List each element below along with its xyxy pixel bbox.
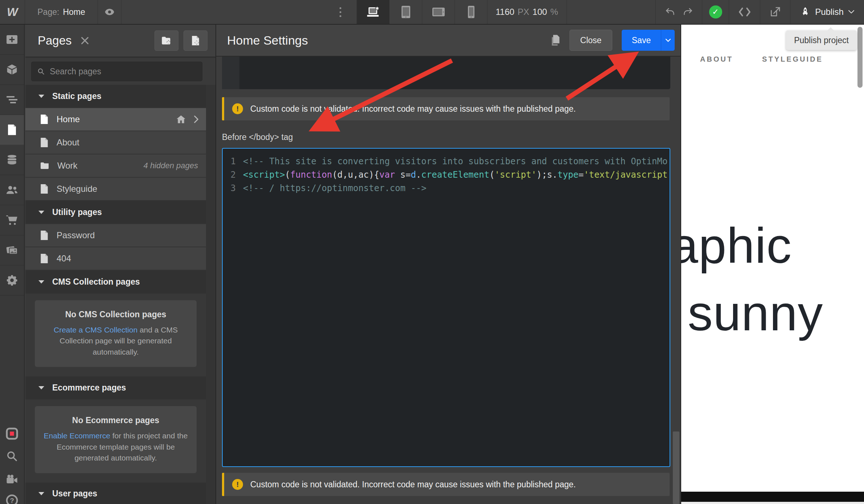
code-line[interactable]: 1<!-- This site is converting visitors i… [223,154,670,168]
warning-text: Custom code is not validated. Incorrect … [250,104,576,114]
page-file-icon [40,114,49,124]
ecommerce-empty-box: No Ecommerce pages Enable Ecommerce for … [35,406,197,473]
canvas-size-controls[interactable]: 1160 PX 100 % [487,0,567,24]
history-controls [655,0,702,24]
publish-button[interactable]: Publish [790,0,864,24]
enable-ecommerce-link[interactable]: Enable Ecommerce [44,431,110,440]
help-button[interactable]: ? [0,489,24,504]
section-utility-pages[interactable]: Utility pages [25,201,206,223]
cms-button[interactable] [0,145,24,175]
save-status: ✓ [702,0,729,24]
section-label: Static pages [52,91,102,101]
page-item-home[interactable]: Home [25,108,206,131]
webflow-designer: W Page: Home 1160 PX 100 % [0,0,864,504]
tablet-landscape-icon [432,7,445,17]
undo-icon[interactable] [665,7,676,17]
search-pages-field[interactable] [31,62,202,81]
search-button[interactable] [0,445,24,467]
recorder-button[interactable] [0,423,24,445]
settings-title: Home Settings [227,33,308,47]
section-user-pages[interactable]: User pages [25,483,206,504]
search-pages-input[interactable] [49,66,196,77]
settings-button[interactable] [0,265,24,296]
pages-panel-header: Pages [25,25,215,57]
rocket-icon [800,7,811,17]
warning-text: Custom code is not validated. Incorrect … [250,480,576,489]
section-cms-pages[interactable]: CMS Collection pages [25,270,206,293]
hero-heading-line-1[interactable]: aphic [681,220,792,270]
users-button[interactable] [0,175,24,205]
pages-panel: Pages Static pages [25,25,216,504]
page-label: Page: [37,7,59,17]
breakpoint-phone-button[interactable] [454,0,487,24]
custom-code-editor[interactable]: 1<!-- This site is converting visitors i… [222,148,670,467]
folder-item-label: Work [57,161,78,171]
breakpoint-tablet-button[interactable] [389,0,422,24]
new-page-button[interactable] [184,30,207,51]
save-dropdown-button[interactable] [661,30,675,51]
redo-icon[interactable] [682,7,693,17]
canvas-width-value[interactable]: 1160 [495,7,514,17]
search-icon [6,450,18,462]
breakpoint-desktop-button[interactable] [357,0,390,24]
code-line[interactable]: 2<script>(function(d,u,ac){var s=d.creat… [223,168,670,181]
breakpoint-tablet-landscape-button[interactable] [422,0,455,24]
home-settings-panel: Home Settings Close Save ! Custom code i… [216,25,681,504]
page-item-password[interactable]: Password [25,224,206,247]
custom-code-warning-top: ! Custom code is not validated. Incorrec… [222,97,670,120]
code-text: <script>(function(d,u,ac){var s=d.create… [243,170,667,180]
publish-tooltip: Publish project [786,30,857,50]
close-panel-icon[interactable] [81,36,89,45]
hidden-pages-count: 4 hidden pages [144,161,198,170]
section-label: Utility pages [52,207,102,217]
gear-icon [6,274,18,286]
webflow-logo[interactable]: W [0,0,25,24]
code-line[interactable]: 3<!-- / https://optinmonster.com --> [223,181,670,195]
new-folder-button[interactable] [155,30,178,51]
create-cms-collection-link[interactable]: Create a CMS Collection [54,326,137,334]
page-item-label: Styleguide [57,184,97,194]
save-button[interactable]: Save [622,30,675,51]
settings-scrollbar-thumb[interactable] [673,431,679,504]
canvas-section-dark[interactable] [681,492,864,502]
video-button[interactable] [0,468,24,490]
folder-plus-icon [161,36,172,45]
chevron-right-icon[interactable] [194,115,199,123]
more-menu-button[interactable] [333,0,347,24]
add-elements-button[interactable] [0,25,24,55]
hero-heading-line-2[interactable]: sunny [688,288,823,338]
page-selector[interactable]: Page: Home [25,0,98,24]
cms-empty-title: No CMS Collection pages [44,310,188,319]
page-item-styleguide[interactable]: Styleguide [25,178,206,200]
share-button[interactable] [760,0,790,24]
close-button[interactable]: Close [569,30,612,51]
nav-link-about[interactable]: ABOUT [700,55,733,63]
section-label: CMS Collection pages [52,277,140,287]
cms-empty-text: Create a CMS Collection and a CMS Collec… [44,325,188,358]
page-file-icon [40,137,49,148]
zoom-value[interactable]: 100 [532,7,547,17]
site-nav: ABOUT STYLEGUIDE [700,55,823,63]
canvas-scrollbar-thumb[interactable] [857,27,863,88]
preview-toggle[interactable] [98,0,122,24]
export-code-button[interactable] [729,0,760,24]
eye-icon [104,7,115,17]
code-lines: 1<!-- This site is converting visitors i… [223,154,670,195]
nav-link-styleguide[interactable]: STYLEGUIDE [762,55,823,63]
page-item-404[interactable]: 404 [25,247,206,270]
components-button[interactable] [0,55,24,85]
header-code-editor-partial[interactable] [222,57,670,89]
pages-scroll-gutter[interactable] [206,85,215,504]
navigator-button[interactable] [0,85,24,115]
pages-button[interactable] [0,115,24,145]
section-ecommerce-pages[interactable]: Ecommerce pages [25,376,206,399]
desktop-star-icon [366,6,380,18]
duplicate-page-icon[interactable] [550,34,560,46]
ecommerce-button[interactable] [0,205,24,235]
section-label: User pages [52,489,97,499]
assets-button[interactable] [0,235,24,265]
top-bar: W Page: Home 1160 PX 100 % [0,0,864,25]
page-item-about[interactable]: About [25,131,206,154]
section-static-pages[interactable]: Static pages [25,85,206,107]
folder-item-work[interactable]: Work 4 hidden pages [25,154,206,177]
